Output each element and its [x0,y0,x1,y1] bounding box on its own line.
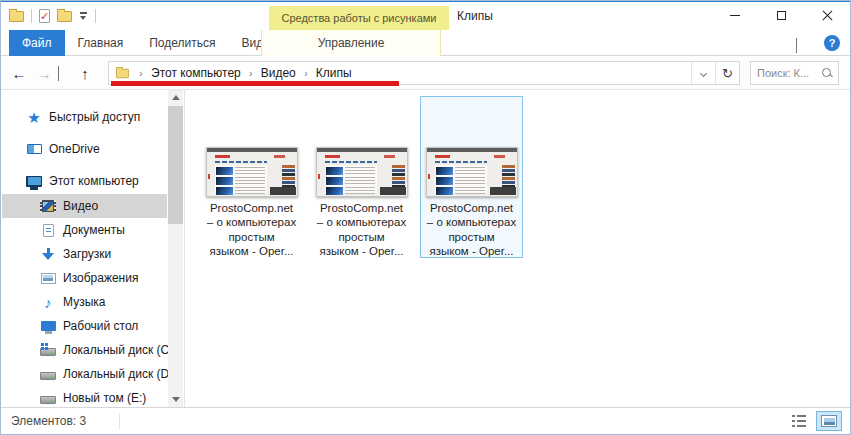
sidebar-item-label: Этот компьютер [49,174,139,188]
separator [119,413,120,429]
refresh-button[interactable]: ↻ [715,62,739,84]
sidebar-item-label: Новый том (E:) [63,391,146,405]
window-controls [712,0,850,30]
sidebar-item-label: Локальный диск (C:) [63,343,177,357]
tab-home[interactable]: Главная [65,30,137,56]
address-folder-icon[interactable] [116,68,129,77]
up-button[interactable]: ↑ [73,61,97,85]
ribbon-tabs: Файл Главная Поделиться Вид [9,30,276,56]
sidebar-scrollbar[interactable] [168,90,183,407]
window-title: Клипы [457,2,493,30]
sidebar-item-this-pc[interactable]: Этот компьютер [2,168,167,194]
customize-qat-dropdown-icon[interactable] [79,12,88,20]
maximize-icon [777,11,786,20]
recent-locations-dropdown-icon[interactable] [58,66,59,80]
help-button[interactable]: ? [824,35,840,51]
new-folder-icon[interactable] [57,11,72,22]
scroll-down-icon[interactable] [168,392,183,407]
search-box [750,61,839,85]
music-note-icon: ♪ [38,294,58,310]
breadcrumb-separator-icon: › [134,68,148,79]
file-name: ProstoComp.net – о компьютерах простым я… [207,201,296,259]
sidebar-item-label: Музыка [63,295,105,309]
sidebar-item-disk-c[interactable]: Локальный диск (C:) [2,338,167,362]
tab-manage-contextual[interactable]: Управление [261,30,441,56]
file-name: ProstoComp.net – о компьютерах простым я… [317,201,406,259]
chevron-down-icon [700,69,707,76]
separator [31,9,32,23]
video-thumbnail [426,147,518,197]
contextual-tab-header: Средства работы с рисунками [269,6,449,30]
onedrive-icon [24,141,44,157]
video-thumbnail [206,147,298,197]
red-underline-annotation [111,81,399,86]
documents-icon [38,222,58,238]
details-view-icon [792,415,806,427]
sidebar-item-disk-e[interactable]: Новый том (E:) [2,386,167,407]
sidebar-item-downloads[interactable]: Загрузки [2,242,167,266]
items-count: Элементов: 3 [11,408,86,434]
sidebar-item-label: OneDrive [49,142,100,156]
navigation-pane: ★ Быстрый доступ OneDrive Этот компьютер… [1,90,185,407]
minimize-icon [730,15,740,16]
video-thumbnail [316,147,408,197]
thumbnail-view-icon [821,415,837,427]
tab-share[interactable]: Поделиться [136,30,228,56]
sidebar-item-music[interactable]: ♪ Музыка [2,290,167,314]
maximize-button[interactable] [758,0,804,30]
tab-file[interactable]: Файл [9,30,65,56]
collapse-ribbon-chevron-icon[interactable] [796,38,808,50]
video-filmstrip-icon [38,198,58,214]
file-list: ProstoComp.net – о компьютерах простым я… [186,90,850,407]
thumbnail-view-button[interactable] [816,411,842,431]
system-disk-icon [38,342,58,358]
file-tile-1[interactable]: ProstoComp.net – о компьютерах простым я… [200,96,303,258]
desktop-icon [38,318,58,334]
navigation-tree: ★ Быстрый доступ OneDrive Этот компьютер… [1,90,167,407]
minimize-button[interactable] [712,0,758,30]
sidebar-item-desktop[interactable]: Рабочий стол [2,314,167,338]
sidebar-item-label: Рабочий стол [63,319,138,333]
address-bar-buttons: ↻ [691,62,739,84]
search-input[interactable] [757,67,821,79]
quick-access-toolbar [9,2,96,30]
chevron-down-icon [58,66,59,81]
sidebar-item-label: Изображения [63,271,138,285]
forward-button[interactable]: → [32,61,56,85]
titlebar: Средства работы с рисунками Клипы [1,2,850,30]
sidebar-item-label: Документы [63,223,125,237]
address-dropdown-button[interactable] [691,62,715,84]
properties-check-icon[interactable] [39,9,50,23]
sidebar-item-label: Загрузки [63,247,111,261]
close-button[interactable] [804,0,850,30]
search-icon[interactable] [821,67,833,79]
chevron-down-icon [796,38,797,53]
sidebar-item-pictures[interactable]: Изображения [2,266,167,290]
sidebar-item-label: Быстрый доступ [49,110,140,124]
file-tile-3-selected[interactable]: ProstoComp.net – о компьютерах простым я… [420,96,523,258]
sidebar-item-label: Локальный диск (D:) [63,367,177,381]
file-name: ProstoComp.net – о компьютерах простым я… [427,201,516,259]
close-icon [822,10,833,21]
view-toggle-buttons [786,411,842,431]
breadcrumb-separator-icon: › [244,68,258,79]
file-tile-2[interactable]: ProstoComp.net – о компьютерах простым я… [310,96,413,258]
breadcrumb-separator-icon: › [299,68,313,79]
sidebar-item-quick-access[interactable]: ★ Быстрый доступ [2,104,167,130]
sidebar-item-video[interactable]: Видео [2,194,167,218]
scroll-up-icon[interactable] [168,90,183,105]
this-pc-icon [24,173,44,189]
details-view-button[interactable] [786,411,812,431]
sidebar-item-documents[interactable]: Документы [2,218,167,242]
separator [95,9,96,23]
ribbon-tab-row: Файл Главная Поделиться Вид Управление ? [1,30,850,56]
back-button[interactable]: ← [7,61,31,85]
sidebar-item-onedrive[interactable]: OneDrive [2,136,167,162]
downloads-arrow-icon [38,246,58,262]
quick-access-star-icon: ★ [24,109,44,125]
explorer-folder-icon[interactable] [9,11,24,22]
content-area: ★ Быстрый доступ OneDrive Этот компьютер… [1,90,850,407]
sidebar-item-disk-d[interactable]: Локальный диск (D:) [2,362,167,386]
disk-icon [38,366,58,382]
scrollbar-thumb[interactable] [168,106,183,224]
